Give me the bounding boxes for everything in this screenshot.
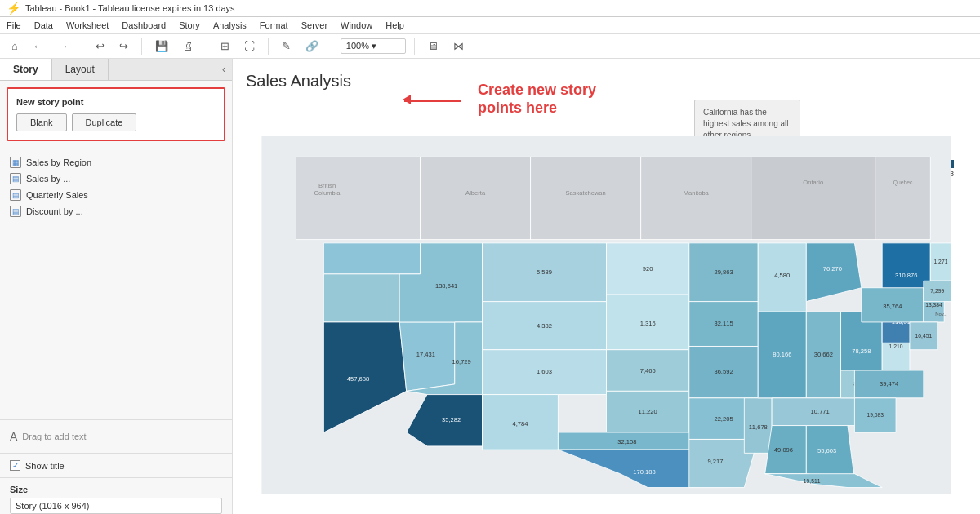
menu-bar: File Data Worksheet Dashboard Story Anal… [0, 17, 980, 34]
svg-rect-6 [531, 157, 641, 239]
tab-story[interactable]: Story [0, 59, 52, 80]
svg-text:5,589: 5,589 [537, 268, 552, 276]
svg-text:170,188: 170,188 [633, 468, 655, 476]
svg-text:32,108: 32,108 [617, 438, 636, 445]
menu-window[interactable]: Window [341, 19, 372, 32]
canvas-area: Sales Analysis California has the highes… [233, 59, 980, 494]
home-button[interactable]: ⌂ [7, 38, 23, 55]
fit-button[interactable]: ⊞ [216, 38, 234, 55]
svg-text:1,603: 1,603 [537, 368, 552, 375]
map-container: Sales 920 457,688 British C [246, 136, 967, 494]
toolbar-separator-1 [82, 38, 82, 55]
duplicate-button[interactable]: Duplicate [72, 113, 137, 131]
svg-text:Manitoba: Manitoba [684, 189, 710, 197]
svg-text:35,764: 35,764 [883, 303, 902, 310]
svg-text:920: 920 [643, 265, 653, 273]
svg-text:80,166: 80,166 [773, 351, 791, 358]
menu-story[interactable]: Story [179, 19, 200, 32]
svg-text:76,270: 76,270 [823, 265, 842, 273]
bar-icon-1: ▤ [10, 173, 21, 184]
sheet-item-quarterly[interactable]: ▤ Quarterly Sales [7, 187, 225, 203]
svg-text:Alberta: Alberta [466, 189, 486, 197]
menu-file[interactable]: File [7, 19, 21, 32]
title-bar: ⚡ Tableau - Book1 - Tableau license expi… [0, 0, 980, 17]
tableau-icon: ⚡ [7, 2, 20, 15]
svg-text:Saskatchewan: Saskatchewan [566, 189, 606, 197]
share-button[interactable]: ⋈ [448, 38, 469, 55]
forward-button[interactable]: → [53, 38, 74, 55]
menu-dashboard[interactable]: Dashboard [122, 19, 166, 32]
menu-format[interactable]: Format [260, 19, 288, 32]
svg-text:10,451: 10,451 [915, 333, 933, 339]
svg-text:4,382: 4,382 [537, 322, 552, 330]
svg-text:39,474: 39,474 [880, 380, 898, 388]
svg-text:49,096: 49,096 [774, 446, 793, 454]
svg-rect-10 [751, 157, 875, 239]
main-layout: Story Layout ‹ New story point Blank Dup… [0, 59, 980, 514]
redo-button[interactable]: ↪ [114, 38, 133, 55]
us-map: British Columbia Alberta Saskatchewan Ma… [246, 136, 967, 494]
check-icon: ✓ [12, 461, 19, 470]
show-title-checkbox[interactable]: ✓ [10, 460, 20, 471]
svg-text:7,299: 7,299 [930, 288, 944, 294]
bar-icon-2: ▤ [10, 189, 21, 201]
tab-layout[interactable]: Layout [52, 59, 109, 80]
sheet-label-quarterly: Quarterly Sales [26, 190, 88, 200]
toolbar-separator-3 [207, 38, 207, 55]
svg-marker-14 [323, 243, 420, 274]
svg-rect-4 [421, 157, 531, 239]
svg-text:9,217: 9,217 [707, 458, 723, 465]
title-bar-text: Tableau - Book1 - Tableau license expire… [25, 3, 235, 13]
print-button[interactable]: 🖨 [178, 38, 198, 55]
svg-text:Columbia: Columbia [314, 189, 341, 197]
link-button[interactable]: 🔗 [301, 38, 323, 55]
sheet-item-sales-region[interactable]: ▦ Sales by Region [7, 154, 225, 171]
back-button[interactable]: ← [28, 38, 48, 55]
bar-icon-3: ▤ [10, 206, 21, 217]
svg-text:1,271: 1,271 [933, 259, 947, 264]
fullscreen-button[interactable]: ⛶ [239, 38, 260, 55]
svg-text:Nov..: Nov.. [935, 312, 947, 317]
map-svg: British Columbia Alberta Saskatchewan Ma… [246, 136, 967, 494]
monitor-button[interactable]: 🖥 [423, 38, 443, 55]
size-section: Size Story (1016 x 964) [0, 477, 232, 514]
menu-help[interactable]: Help [385, 19, 404, 32]
zoom-dropdown[interactable]: 100% ▾ [341, 38, 406, 54]
sheet-label-sales-region: Sales by Region [26, 157, 91, 167]
create-annotation: Create new story points here [470, 82, 608, 117]
create-annotation-text: Create new story points here [478, 82, 608, 117]
svg-text:30,662: 30,662 [814, 351, 833, 358]
svg-text:22,205: 22,205 [714, 415, 733, 423]
blank-button[interactable]: Blank [16, 113, 67, 131]
svg-text:10,771: 10,771 [811, 408, 830, 415]
size-dropdown[interactable]: Story (1016 x 964) [10, 498, 222, 514]
right-content: Create new story points here Sales Analy… [233, 59, 980, 514]
svg-text:7,465: 7,465 [640, 367, 656, 374]
svg-text:11,220: 11,220 [639, 408, 657, 415]
svg-text:36,592: 36,592 [714, 368, 733, 375]
menu-server[interactable]: Server [301, 19, 327, 32]
undo-button[interactable]: ↩ [91, 38, 109, 55]
sheet-item-sales-by[interactable]: ▤ Sales by ... [7, 171, 225, 187]
menu-data[interactable]: Data [34, 19, 53, 32]
text-icon: A [10, 430, 17, 443]
svg-text:310,876: 310,876 [895, 272, 917, 279]
svg-text:19,683: 19,683 [866, 412, 884, 418]
drag-text-label: Drag to add text [22, 432, 86, 441]
sheet-list: ▦ Sales by Region ▤ Sales by ... ▤ Quart… [0, 148, 232, 416]
svg-text:Quebec: Quebec [893, 179, 913, 186]
arrow-head [403, 95, 411, 104]
drag-text-area[interactable]: A Drag to add text [0, 419, 232, 453]
svg-text:13,384: 13,384 [925, 302, 942, 308]
sheet-item-discount[interactable]: ▤ Discount by ... [7, 203, 225, 219]
save-button[interactable]: 💾 [150, 38, 173, 55]
panel-tabs: Story Layout ‹ [0, 59, 232, 81]
svg-text:Ontario: Ontario [803, 179, 823, 186]
pen-button[interactable]: ✎ [277, 38, 296, 55]
show-title-area[interactable]: ✓ Show title [0, 453, 232, 477]
svg-text:1,210: 1,210 [889, 343, 903, 349]
panel-close-button[interactable]: ‹ [216, 59, 232, 80]
svg-rect-8 [641, 157, 751, 239]
menu-analysis[interactable]: Analysis [213, 19, 247, 32]
menu-worksheet[interactable]: Worksheet [66, 19, 109, 32]
